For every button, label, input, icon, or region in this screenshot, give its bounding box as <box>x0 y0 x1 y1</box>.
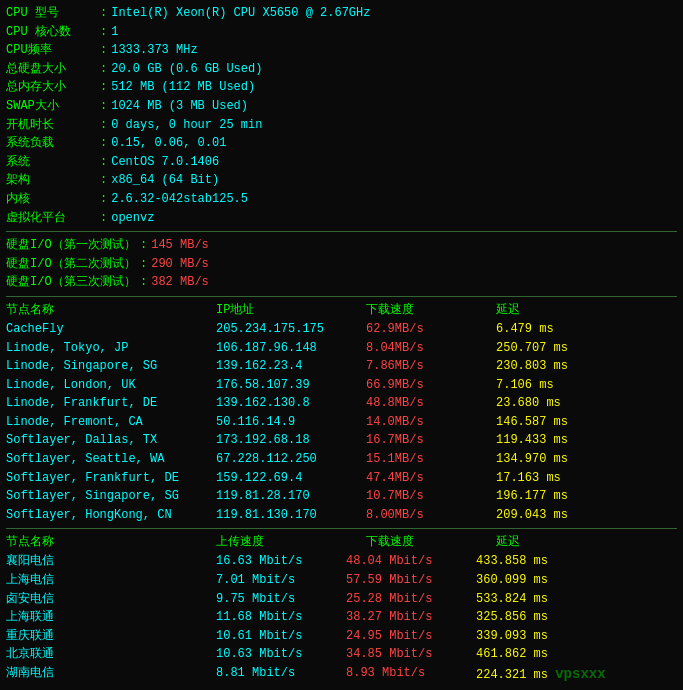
ul-speed: 7.01 Mbit/s <box>216 571 346 590</box>
colon: : <box>140 255 147 274</box>
colon: : <box>100 190 107 209</box>
cn-node-name: 上海联通 <box>6 608 216 627</box>
latency: 119.433 ms <box>496 431 568 450</box>
dl-speed: 48.8MB/s <box>366 394 496 413</box>
intl-network-row: CacheFly205.234.175.17562.9MB/s6.479 ms <box>6 320 677 339</box>
system-row: 总内存大小:512 MB (112 MB Used) <box>6 78 677 97</box>
disk-io-section: 硬盘I/O（第一次测试）: 145 MB/s硬盘I/O（第二次测试）: 290 … <box>6 236 677 292</box>
system-row: 内核:2.6.32-042stab125.5 <box>6 190 677 209</box>
cn-dl-speed: 25.28 Mbit/s <box>346 590 476 609</box>
intl-network-row: Linode, Singapore, SG139.162.23.47.86MB/… <box>6 357 677 376</box>
system-row: CPU 核心数:1 <box>6 23 677 42</box>
sys-label: 架构 <box>6 171 96 190</box>
node-ip: 50.116.14.9 <box>216 413 366 432</box>
system-row: SWAP大小:1024 MB (3 MB Used) <box>6 97 677 116</box>
node-name: Softlayer, Seattle, WA <box>6 450 216 469</box>
colon: : <box>100 4 107 23</box>
node-name: Softlayer, Singapore, SG <box>6 487 216 506</box>
colon: : <box>100 153 107 172</box>
sys-label: 总内存大小 <box>6 78 96 97</box>
cn-dl-speed: 8.93 Mbit/s <box>346 664 476 686</box>
cn-network-row: 上海电信7.01 Mbit/s57.59 Mbit/s360.099 ms <box>6 571 677 590</box>
dl-speed: 14.0MB/s <box>366 413 496 432</box>
node-name: Linode, London, UK <box>6 376 216 395</box>
colon: : <box>140 236 147 255</box>
sys-value: 1 <box>111 23 118 42</box>
intl-table-header: 节点名称 IP地址 下载速度 延迟 <box>6 301 677 318</box>
cn-dl-speed: 38.27 Mbit/s <box>346 608 476 627</box>
sys-label: 虚拟化平台 <box>6 209 96 228</box>
node-ip: 205.234.175.175 <box>216 320 366 339</box>
node-ip: 139.162.23.4 <box>216 357 366 376</box>
colon: : <box>100 209 107 228</box>
latency: 7.106 ms <box>496 376 554 395</box>
latency: 461.862 ms <box>476 645 548 664</box>
sys-value: 1333.373 MHz <box>111 41 197 60</box>
sys-value: 512 MB (112 MB Used) <box>111 78 255 97</box>
node-ip: 176.58.107.39 <box>216 376 366 395</box>
system-row: 系统负载:0.15, 0.06, 0.01 <box>6 134 677 153</box>
th-ip: IP地址 <box>216 301 366 318</box>
latency: 146.587 ms <box>496 413 568 432</box>
disk-label: 硬盘I/O（第一次测试） <box>6 236 136 255</box>
node-ip: 119.81.130.170 <box>216 506 366 525</box>
intl-network-row: Linode, Frankfurt, DE139.162.130.848.8MB… <box>6 394 677 413</box>
system-row: 系统:CentOS 7.0.1406 <box>6 153 677 172</box>
colon: : <box>140 273 147 292</box>
node-name: CacheFly <box>6 320 216 339</box>
latency: 339.093 ms <box>476 627 548 646</box>
cn-th-dl: 下载速度 <box>366 533 496 550</box>
sys-label: CPU频率 <box>6 41 96 60</box>
sys-label: SWAP大小 <box>6 97 96 116</box>
dl-speed: 7.86MB/s <box>366 357 496 376</box>
intl-network-row: Softlayer, Singapore, SG119.81.28.17010.… <box>6 487 677 506</box>
sys-label: 总硬盘大小 <box>6 60 96 79</box>
cn-node-name: 重庆联通 <box>6 627 216 646</box>
latency: 196.177 ms <box>496 487 568 506</box>
colon: : <box>100 23 107 42</box>
sys-value: openvz <box>111 209 154 228</box>
sys-value: 0.15, 0.06, 0.01 <box>111 134 226 153</box>
system-row: CPU频率:1333.373 MHz <box>6 41 677 60</box>
cn-node-name: 北京联通 <box>6 645 216 664</box>
system-info: CPU 型号:Intel(R) Xeon(R) CPU X5650 @ 2.67… <box>6 4 677 227</box>
disk-label: 硬盘I/O（第二次测试） <box>6 255 136 274</box>
colon: : <box>100 60 107 79</box>
cn-network-row: 上海联通11.68 Mbit/s38.27 Mbit/s325.856 ms <box>6 608 677 627</box>
cn-node-name: 上海电信 <box>6 571 216 590</box>
dl-speed: 16.7MB/s <box>366 431 496 450</box>
sys-value: 0 days, 0 hour 25 min <box>111 116 262 135</box>
latency: 533.824 ms <box>476 590 548 609</box>
latency: 17.163 ms <box>496 469 561 488</box>
th-dl: 下载速度 <box>366 301 496 318</box>
intl-network-row: Softlayer, Seattle, WA67.228.112.25015.1… <box>6 450 677 469</box>
disk-row: 硬盘I/O（第二次测试）: 290 MB/s <box>6 255 677 274</box>
latency: 23.680 ms <box>496 394 561 413</box>
disk-row: 硬盘I/O（第一次测试）: 145 MB/s <box>6 236 677 255</box>
th-latency: 延迟 <box>496 301 520 318</box>
ul-speed: 10.61 Mbit/s <box>216 627 346 646</box>
node-name: Linode, Frankfurt, DE <box>6 394 216 413</box>
sys-label: 系统负载 <box>6 134 96 153</box>
cn-node-name: 湖南电信 <box>6 664 216 686</box>
system-row: 虚拟化平台:openvz <box>6 209 677 228</box>
latency: 134.970 ms <box>496 450 568 469</box>
node-name: Softlayer, Dallas, TX <box>6 431 216 450</box>
divider-3 <box>6 528 677 529</box>
sys-value: 1024 MB (3 MB Used) <box>111 97 248 116</box>
sys-value: Intel(R) Xeon(R) CPU X5650 @ 2.67GHz <box>111 4 370 23</box>
dl-speed: 66.9MB/s <box>366 376 496 395</box>
cn-th-node-name: 节点名称 <box>6 533 216 550</box>
intl-network-row: Linode, London, UK176.58.107.3966.9MB/s7… <box>6 376 677 395</box>
latency: 209.043 ms <box>496 506 568 525</box>
intl-network-section: 节点名称 IP地址 下载速度 延迟 CacheFly205.234.175.17… <box>6 301 677 525</box>
cn-node-name: 卤安电信 <box>6 590 216 609</box>
colon: : <box>100 171 107 190</box>
node-name: Linode, Singapore, SG <box>6 357 216 376</box>
disk-label: 硬盘I/O（第三次测试） <box>6 273 136 292</box>
sys-label: 内核 <box>6 190 96 209</box>
divider-2 <box>6 296 677 297</box>
cn-dl-speed: 48.04 Mbit/s <box>346 552 476 571</box>
latency: 6.479 ms <box>496 320 554 339</box>
cn-network-section: 节点名称 上传速度 下载速度 延迟 襄阳电信16.63 Mbit/s48.04 … <box>6 533 677 685</box>
